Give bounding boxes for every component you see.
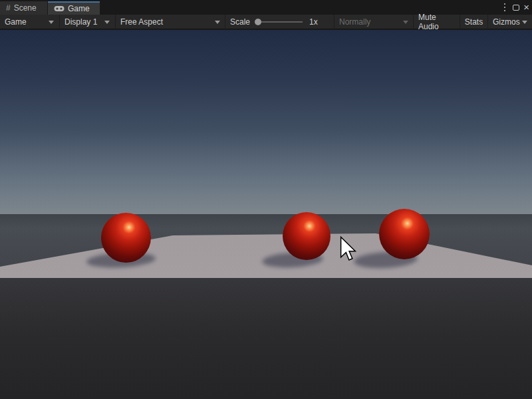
display-label: Display 1 — [65, 17, 97, 27]
close-icon[interactable]: × — [523, 3, 529, 12]
scale-slider-knob[interactable] — [255, 19, 261, 25]
tab-scene[interactable]: # Scene — [0, 1, 47, 15]
sky-gradient — [0, 30, 532, 214]
red-sphere — [101, 213, 151, 263]
scene-grid-icon: # — [6, 4, 11, 12]
gamepad-icon — [54, 5, 65, 12]
chevron-down-icon — [403, 21, 408, 24]
maximize-icon[interactable] — [513, 5, 519, 11]
display-target-dropdown[interactable]: Game — [0, 15, 59, 29]
scale-control: Scale 1x — [225, 15, 333, 29]
display-dropdown[interactable]: Display 1 — [59, 15, 114, 29]
game-render-viewport[interactable] — [0, 30, 532, 278]
chevron-down-icon — [104, 21, 110, 24]
mute-audio-label: Mute Audio — [418, 13, 455, 31]
chevron-down-icon — [49, 21, 54, 24]
kebab-menu-icon[interactable] — [504, 7, 505, 8]
chevron-down-icon — [522, 21, 527, 24]
scale-value: 1x — [309, 17, 318, 27]
display-target-label: Game — [5, 17, 27, 27]
letterbox-area — [0, 278, 532, 399]
gizmos-label: Gizmos — [493, 17, 520, 27]
tab-scene-label: Scene — [14, 3, 37, 13]
tab-game-label: Game — [68, 4, 90, 13]
aspect-ratio-dropdown[interactable]: Free Aspect — [115, 15, 225, 29]
stats-label: Stats — [465, 17, 483, 27]
red-sphere — [283, 212, 331, 260]
stats-button[interactable]: Stats — [460, 15, 487, 29]
playmode-label: Normally — [339, 17, 370, 27]
chevron-down-icon — [215, 21, 220, 24]
aspect-ratio-label: Free Aspect — [120, 17, 163, 27]
game-view-toolbar: Game Display 1 Free Aspect Scale 1x Norm… — [0, 15, 532, 29]
red-sphere — [379, 209, 430, 259]
playmode-dropdown[interactable]: Normally — [334, 15, 413, 29]
mute-audio-button[interactable]: Mute Audio — [413, 15, 460, 29]
mouse-cursor-icon — [340, 236, 357, 267]
unity-game-window: # Scene Game × Game Display 1 — [0, 0, 532, 399]
window-controls: × — [501, 2, 529, 13]
tab-game[interactable]: Game — [48, 1, 100, 15]
gizmos-dropdown[interactable]: Gizmos — [487, 15, 532, 29]
scale-slider-track[interactable] — [261, 21, 303, 23]
scale-label: Scale — [230, 17, 250, 27]
